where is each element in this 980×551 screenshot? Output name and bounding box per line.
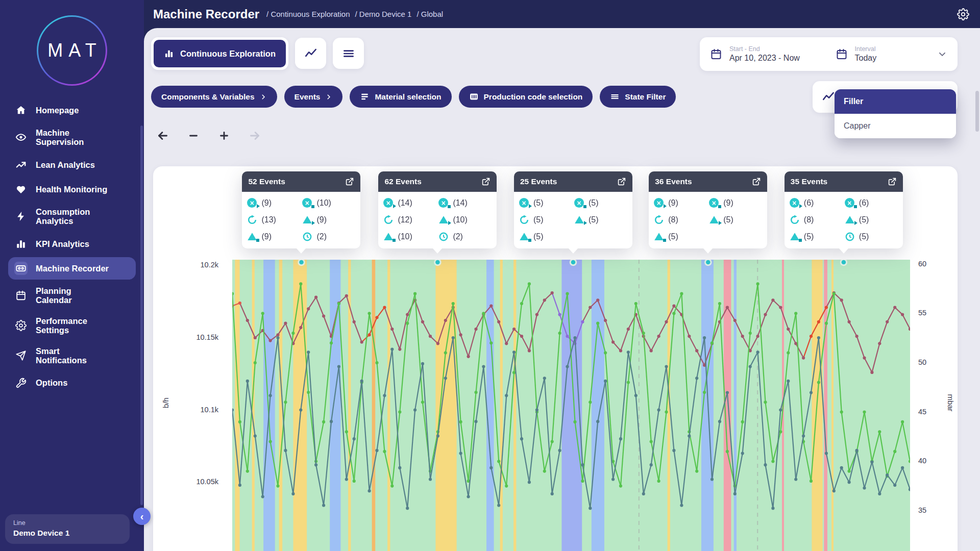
event-count: ×(5): [519, 196, 572, 210]
sidebar-item-homepage[interactable]: Homepage: [8, 99, 136, 121]
y-axis-left-tick: 10.15k: [162, 333, 218, 341]
sidebar-item-label: Health Monitoring: [36, 185, 107, 194]
event-count: (5): [574, 213, 627, 227]
line-view-button[interactable]: [295, 38, 326, 69]
clock-icon: [302, 232, 312, 242]
event-count: (13): [247, 213, 300, 227]
tooltip-pointer: [569, 248, 578, 254]
settings-button[interactable]: [955, 7, 971, 22]
restart-icon: [383, 215, 394, 225]
clock-icon: [845, 232, 855, 242]
list-view-button[interactable]: [333, 38, 364, 69]
event-count: (10): [438, 213, 492, 227]
production-code-selection-button[interactable]: Production code selection: [459, 86, 593, 108]
page-scrollbar[interactable]: [975, 31, 979, 546]
dropdown-option-capper[interactable]: Capper: [835, 114, 956, 138]
line-chart-icon: [822, 90, 835, 104]
filter-row: Components & Variables Events Material s…: [151, 86, 676, 108]
continuous-exploration-button[interactable]: Continuous Exploration: [154, 40, 286, 67]
sidebar-scrollbar[interactable]: [140, 126, 143, 505]
material-selection-button[interactable]: Material selection: [350, 86, 451, 108]
logo-text: MAT: [42, 40, 102, 61]
cancel-play-icon: ×: [383, 198, 394, 208]
warning-square-icon: [790, 232, 800, 242]
breadcrumb-item[interactable]: / Demo Device 1: [355, 10, 412, 18]
chart-plot[interactable]: [232, 260, 910, 551]
breadcrumb: / Continuous Exploration/ Demo Device 1/…: [266, 10, 443, 18]
events-button[interactable]: Events: [284, 86, 343, 108]
event-count: (5): [845, 230, 898, 243]
external-link-icon[interactable]: [617, 177, 626, 186]
date-range-card: Start - End Apr 10, 2023 - Now Interval …: [700, 37, 958, 71]
sidebar-item-label: Lean Analytics: [36, 160, 95, 169]
warning-play-icon: [438, 215, 449, 225]
sidebar-item-smart-notifications[interactable]: Smart Notifications: [8, 342, 136, 370]
sidebar-item-performance-settings[interactable]: Performance Settings: [8, 312, 136, 340]
cancel-square-icon: ×: [574, 198, 584, 208]
components-variables-button[interactable]: Components & Variables: [151, 86, 277, 108]
material-list-icon: [360, 92, 370, 102]
event-count: ×(9): [654, 196, 707, 210]
event-tooltip: 52 Events×(9)×(10)(13)(9)(9)(2): [242, 171, 360, 254]
external-link-icon[interactable]: [345, 177, 354, 186]
event-tooltip: 35 Events×(6)×(6)(8)(5)(5)(5): [785, 171, 903, 254]
tooltip-pointer: [433, 248, 442, 254]
event-tooltip: 25 Events×(5)×(5)(5)(5)(5): [514, 171, 632, 254]
sidebar-item-consumption-analytics[interactable]: Consumption Analytics: [8, 203, 136, 231]
zoom-in-button[interactable]: [213, 125, 235, 146]
dropdown-option-filler[interactable]: Filler: [835, 89, 956, 114]
bar-chart-icon: [164, 48, 174, 59]
event-count: (8): [654, 213, 707, 227]
pan-left-button[interactable]: [152, 125, 174, 146]
cancel-play-icon: ×: [519, 198, 529, 208]
sidebar-collapse-button[interactable]: ‹: [133, 508, 151, 525]
restart-icon: [519, 215, 529, 225]
event-count: (2): [438, 230, 492, 243]
restart-icon: [790, 215, 800, 225]
event-group-title: 62 Events: [384, 177, 421, 186]
sidebar-item-lean-analytics[interactable]: Lean Analytics: [8, 154, 136, 176]
chart-card: 52 Events×(9)×(10)(13)(9)(9)(2)62 Events…: [153, 166, 958, 551]
logo-circle: MAT: [38, 17, 106, 84]
sidebar-item-kpi-analytics[interactable]: KPI Analytics: [8, 233, 136, 255]
sidebar-item-options[interactable]: Options: [8, 372, 136, 394]
date-range-picker[interactable]: Start - End Apr 10, 2023 - Now: [710, 45, 822, 63]
y-axis-right-tick: 55: [918, 309, 926, 317]
sidebar-item-label: Smart Notifications: [36, 346, 87, 365]
arrow-left-icon: [156, 129, 169, 142]
interval-label: Interval: [855, 45, 877, 53]
warning-play-icon: [709, 215, 719, 225]
restart-icon: [654, 215, 664, 225]
event-count: ×(9): [247, 196, 300, 210]
arrow-right-icon: [248, 129, 261, 142]
cancel-square-icon: ×: [438, 198, 449, 208]
event-count: ×(6): [845, 196, 898, 210]
external-link-icon[interactable]: [481, 177, 491, 186]
sidebar-item-machine-supervision[interactable]: Machine Supervision: [8, 123, 136, 152]
y-axis-left-tick: 10.1k: [162, 406, 218, 414]
external-link-icon[interactable]: [888, 177, 897, 186]
sidebar-item-health-monitoring[interactable]: Health Monitoring: [8, 178, 136, 201]
event-count: ×(14): [383, 196, 436, 210]
zoom-out-button[interactable]: [183, 125, 204, 146]
pan-right-button[interactable]: [244, 125, 265, 146]
logo: MAT: [37, 15, 107, 86]
warning-square-icon: [383, 232, 394, 242]
main-content: Continuous Exploration Start - End Apr 1…: [144, 28, 980, 551]
bolt-icon: [14, 210, 28, 223]
sidebar-item-planning-calendar[interactable]: Planning Calendar: [8, 282, 136, 310]
breadcrumb-item[interactable]: / Continuous Exploration: [266, 10, 350, 18]
sidebar-item-machine-recorder[interactable]: Machine Recorder: [8, 257, 136, 280]
breadcrumb-item[interactable]: / Global: [416, 10, 443, 18]
external-link-icon[interactable]: [752, 177, 761, 186]
line-chart-icon: [304, 47, 317, 60]
date-range-label: Start - End: [729, 45, 800, 53]
state-filter-button[interactable]: State Filter: [600, 86, 676, 108]
event-count: (9): [302, 213, 355, 227]
event-count: ×(9): [709, 196, 762, 210]
barcode-icon: [469, 92, 479, 102]
y-axis-left-tick: 10.2k: [162, 261, 218, 269]
y-axis-right-tick: 60: [918, 260, 926, 268]
scrollbar-thumb[interactable]: [975, 91, 979, 132]
interval-picker[interactable]: Interval Today: [836, 45, 948, 63]
